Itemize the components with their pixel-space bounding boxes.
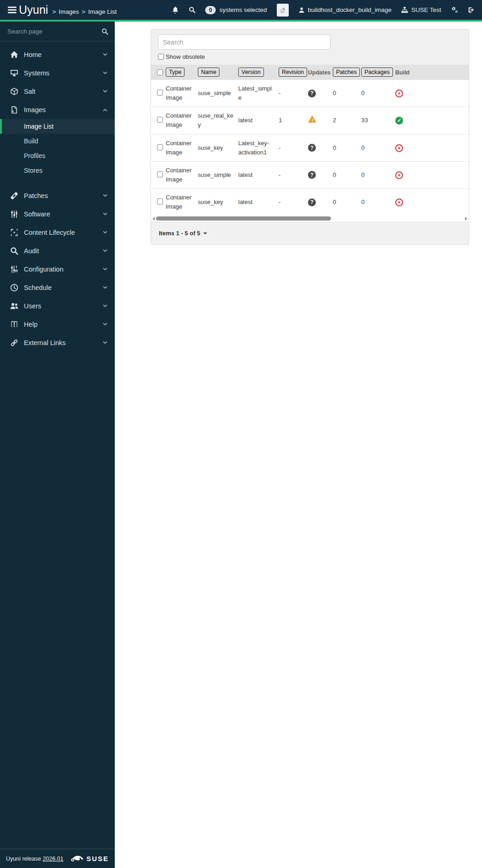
brand-link[interactable]: Uyuni: [7, 4, 48, 16]
cell-revision: -: [277, 80, 306, 107]
breadcrumb-images[interactable]: Images: [59, 8, 79, 15]
sort-button-packages[interactable]: Packages: [361, 68, 393, 77]
user-menu[interactable]: buildhost_docker_build_image: [298, 6, 392, 13]
table-body: Container Imagesuse_simpleLatest_simple-…: [151, 80, 469, 216]
table-row: Container Imagesuse_keyLatest_key-activa…: [151, 134, 469, 161]
clear-selection-button[interactable]: [277, 4, 289, 17]
sidebar-item-systems[interactable]: Systems: [0, 64, 115, 82]
sort-button-name[interactable]: Name: [198, 68, 219, 77]
sidebar-item-content-lifecycle[interactable]: Content Lifecycle: [0, 223, 115, 242]
filter-panel: Show obsolete: [151, 29, 469, 65]
column-header-revision: Revision: [277, 65, 306, 80]
sidebar-search-icon[interactable]: [101, 28, 108, 35]
audit-icon: [10, 247, 18, 255]
sidebar-item-images[interactable]: Images: [0, 101, 115, 119]
table-row: Container Imagesuse_keylatest-?00×: [151, 189, 469, 216]
notifications-bell-icon[interactable]: [172, 6, 179, 14]
chevron-down-icon: [102, 248, 108, 254]
updates-unknown-icon: ?: [308, 171, 316, 179]
suse-wordmark: SUSE: [86, 855, 109, 862]
cell-patches: 0: [331, 161, 359, 188]
row-checkbox[interactable]: [157, 171, 163, 177]
select-all-checkbox[interactable]: [157, 69, 163, 75]
cell-version: latest: [236, 107, 277, 134]
systems-selected-badge: 0: [205, 6, 216, 14]
sidebar-item-salt[interactable]: Salt: [0, 82, 115, 101]
row-select-cell: [151, 134, 164, 161]
cell-patches: 2: [331, 107, 359, 134]
release-version-link[interactable]: 2026.01: [43, 856, 63, 862]
sign-out-icon[interactable]: [468, 6, 475, 13]
build-failed-icon: ×: [395, 144, 403, 152]
software-icon: [10, 210, 18, 218]
sidebar-subitem-stores[interactable]: Stores: [0, 163, 115, 178]
cell-build: ×: [393, 189, 415, 216]
updates-unknown-icon: ?: [308, 199, 316, 206]
preferences-cogs-icon[interactable]: [451, 6, 458, 14]
sidebar-item-home[interactable]: Home: [0, 45, 115, 64]
row-checkbox[interactable]: [157, 117, 163, 123]
updates-unknown-icon: ?: [308, 90, 316, 97]
row-checkbox[interactable]: [157, 90, 163, 96]
column-header-packages: Packages: [359, 65, 393, 80]
user-name: buildhost_docker_build_image: [308, 6, 392, 13]
help-icon: [10, 320, 18, 329]
breadcrumb-image-list[interactable]: Image List: [88, 8, 117, 15]
scroll-right-arrow-icon[interactable]: [465, 217, 467, 221]
brand-name: Uyuni: [19, 4, 48, 16]
global-search-icon[interactable]: [189, 6, 196, 13]
cell-updates: ?: [306, 189, 331, 216]
cell-packages: 0: [359, 80, 393, 107]
sidebar-item-external-links[interactable]: External Links: [0, 334, 115, 352]
systems-selected-label: systems selected: [219, 6, 267, 13]
suse-logo: SUSE: [71, 855, 109, 862]
row-select-cell: [151, 107, 164, 134]
sidebar-item-users[interactable]: Users: [0, 297, 115, 315]
patch-icon: [10, 192, 18, 200]
row-checkbox[interactable]: [157, 199, 163, 204]
table-row: Container Imagesuse_simplelatest-?00×: [151, 161, 469, 188]
schedule-icon: [10, 284, 18, 292]
sidebar-subitem-profiles[interactable]: Profiles: [0, 148, 115, 163]
sidebar-item-help[interactable]: Help: [0, 315, 115, 334]
chevron-down-icon: [102, 193, 108, 199]
ssm-systems-selected[interactable]: 0 systems selected: [205, 6, 267, 14]
sort-button-version[interactable]: Version: [238, 68, 264, 77]
scrollbar-thumb[interactable]: [156, 216, 331, 221]
table-search-input[interactable]: [158, 34, 331, 50]
sort-button-revision[interactable]: Revision: [279, 68, 307, 77]
cell-packages: 0: [359, 134, 393, 161]
organization-menu[interactable]: SUSE Test: [401, 6, 441, 13]
top-navbar: Uyuni > Images > Image List 0 systems se…: [0, 0, 482, 22]
sidebar-item-configuration[interactable]: Configuration: [0, 260, 115, 278]
show-obsolete-label: Show obsolete: [166, 53, 205, 60]
sidebar-item-audit[interactable]: Audit: [0, 242, 115, 260]
main-content: Images ? Import Refresh Show obsolete: [115, 0, 482, 263]
configuration-icon: [10, 265, 18, 273]
items-range-label: Items 1 - 5 of 5: [159, 230, 200, 237]
sidebar-item-schedule[interactable]: Schedule: [0, 278, 115, 297]
items-per-page-dropdown[interactable]: Items 1 - 5 of 5: [159, 230, 207, 237]
sort-button-type[interactable]: Type: [166, 68, 185, 77]
cell-patches: 0: [331, 189, 359, 216]
chevron-down-icon: [102, 70, 108, 76]
build-failed-icon: ×: [395, 199, 403, 206]
sidebar-subitem-build[interactable]: Build: [0, 134, 115, 148]
cell-filler: [415, 134, 469, 161]
sidebar-item-software[interactable]: Software: [0, 205, 115, 223]
sidebar-item-patches[interactable]: Patches: [0, 187, 115, 205]
caret-down-icon: [203, 233, 207, 234]
release-text: Uyuni release 2026.01: [6, 856, 63, 862]
show-obsolete-checkbox[interactable]: [158, 54, 164, 60]
sidebar-search-input[interactable]: [6, 28, 101, 35]
sidebar-subitem-image-list[interactable]: Image List: [0, 119, 115, 134]
column-filler: [415, 65, 469, 80]
sidebar-item-label: Configuration: [24, 266, 63, 273]
cell-packages: 0: [359, 189, 393, 216]
sort-button-patches[interactable]: Patches: [333, 68, 360, 77]
cell-name: suse_key: [196, 189, 236, 216]
scroll-left-arrow-icon[interactable]: [152, 217, 155, 221]
row-checkbox[interactable]: [157, 144, 163, 150]
breadcrumb-separator: >: [52, 8, 56, 15]
cell-filler: [415, 107, 469, 134]
